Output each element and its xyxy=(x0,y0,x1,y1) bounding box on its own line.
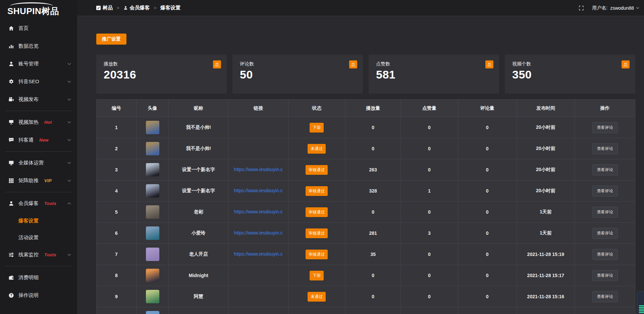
stat-card-label: 点赞数 xyxy=(376,61,492,67)
cell-link xyxy=(228,117,288,138)
view-comments-button[interactable]: 查看评论 xyxy=(592,249,618,260)
view-comments-button[interactable]: 查看评论 xyxy=(592,291,618,302)
sidebar-item-matrix-boost[interactable]: 矩阵助推VIP xyxy=(0,172,77,190)
status-badge: 审核通过 xyxy=(306,207,328,217)
sidebar-item-operation-guide[interactable]: ?操作说明 xyxy=(0,286,77,304)
cell-nickname: 我不是小帅! xyxy=(169,117,228,138)
cell-plays: 35 xyxy=(345,244,400,265)
video-link[interactable]: https://www.iesdouyin.c xyxy=(234,230,283,235)
breadcrumb-item-member-baoke[interactable]: 会员爆客 xyxy=(123,5,150,11)
sidebar-item-home[interactable]: 首页 xyxy=(0,19,77,37)
view-comments-button[interactable]: 查看评论 xyxy=(592,270,618,281)
table-row: 9阿慧未通过0002021-11-28 15:16查看评论 xyxy=(97,286,635,307)
chart-icon xyxy=(8,43,14,49)
widget-bar xyxy=(639,312,644,313)
username-dropdown[interactable]: 用户名: zswodun88 xyxy=(592,5,639,11)
avatar xyxy=(146,269,159,282)
breadcrumb-separator: > xyxy=(117,5,119,10)
video-link[interactable]: https://www.iesdouyin.c xyxy=(234,209,283,214)
chevron-down-icon xyxy=(68,97,71,101)
video-icon xyxy=(8,97,14,102)
cell-likes: 0 xyxy=(401,138,458,159)
cell-id xyxy=(97,307,137,314)
sidebar-item-omnimedia-operation[interactable]: 全媒体运营 xyxy=(0,154,77,172)
cell-publish-time: 1天前 xyxy=(517,202,575,223)
cell-plays: 328 xyxy=(345,180,400,202)
cell-publish-time: 2021-11-28 15:16 xyxy=(517,286,575,307)
cell-status: 未通过 xyxy=(288,138,345,159)
sidebar-item-label: 会员爆客 xyxy=(18,200,39,207)
column-header: 点赞量 xyxy=(401,100,458,117)
video-link[interactable]: https://www.iesdouyin.c xyxy=(234,188,283,193)
sidebar-item-badge: New xyxy=(39,138,49,143)
logo-arc xyxy=(10,2,53,6)
cell-id: 9 xyxy=(97,286,137,307)
sidebar-item-activity-settings[interactable]: 活动设置 xyxy=(0,229,77,246)
total-badge: 总 xyxy=(349,60,357,68)
table-row: 1我不是小帅!下架00020小时前查看评论 xyxy=(97,117,635,138)
breadcrumb-item-shupin[interactable]: 树品 xyxy=(96,5,113,11)
chevron-down-icon xyxy=(68,138,71,141)
cell-status: 审核通过 xyxy=(288,223,345,244)
sliders-icon xyxy=(8,252,14,258)
view-comments-button[interactable]: 查看评论 xyxy=(592,143,618,154)
sidebar-item-member-baoke[interactable]: 会员爆客Tools xyxy=(0,195,77,212)
avatar xyxy=(146,290,159,303)
help-icon: ? xyxy=(8,293,14,298)
view-comments-button[interactable]: 查看评论 xyxy=(592,186,618,197)
view-comments-button[interactable]: 查看评论 xyxy=(592,228,618,239)
cell-plays: 0 xyxy=(345,286,400,307)
username-value: zswodun88 xyxy=(610,5,634,11)
sidebar-item-consumption-detail[interactable]: 消费明细 xyxy=(0,269,77,286)
member-icon xyxy=(8,201,14,206)
promo-settings-button[interactable]: 推广设置 xyxy=(96,34,126,45)
username-label: 用户名: xyxy=(592,5,607,11)
svg-text:?: ? xyxy=(10,294,12,297)
cell-id: 3 xyxy=(97,159,137,180)
cell-plays xyxy=(345,307,400,314)
sidebar-item-label: 首页 xyxy=(18,25,29,32)
topbar: 树品>会员爆客>爆客设置 用户名: zswodun88 xyxy=(77,0,644,16)
sidebar-divider xyxy=(5,192,72,192)
fullscreen-icon[interactable] xyxy=(579,5,584,11)
videos-table: 编号头像昵称链接状态播放量点赞量评论量发布时间操作 1我不是小帅!下架00020… xyxy=(96,99,635,314)
sidebar-item-account-management[interactable]: 账号管理 xyxy=(0,55,77,73)
cell-status: 下架 xyxy=(288,117,345,138)
widget-bar xyxy=(639,309,644,310)
sidebar-item-data-overview[interactable]: 数据总览 xyxy=(0,37,77,55)
screen-icon xyxy=(8,119,14,125)
sidebar-divider xyxy=(5,151,72,152)
column-header: 评论量 xyxy=(458,100,517,117)
sidebar-item-clue-monitor[interactable]: 线索监控Tools xyxy=(0,246,77,264)
sidebar-item-label: 抖客通 xyxy=(18,137,34,143)
sidebar-item-badge: Hot xyxy=(44,120,52,125)
video-link[interactable]: https://www.iesdouyin.c xyxy=(234,167,283,172)
cell-avatar xyxy=(136,244,168,265)
sidebar-item-video-heat[interactable]: 视频加热Hot xyxy=(0,113,77,131)
sidebar-item-douyin-seo[interactable]: 抖音SEO xyxy=(0,73,77,91)
video-link[interactable]: https://www.iesdouyin.c xyxy=(234,251,283,257)
cell-id: 7 xyxy=(97,244,137,265)
view-comments-button[interactable]: 查看评论 xyxy=(592,164,618,175)
view-comments-button[interactable]: 查看评论 xyxy=(592,207,618,218)
sidebar-item-baoke-settings[interactable]: 爆客设置 xyxy=(0,212,77,229)
view-comments-button[interactable]: 查看评论 xyxy=(592,122,618,133)
cell-publish-time: 2021-11-28 15:19 xyxy=(517,244,575,265)
sidebar-item-label: 抖音SEO xyxy=(18,78,39,85)
avatar xyxy=(146,184,159,198)
dashboard-icon xyxy=(96,6,101,10)
cell-link xyxy=(228,286,288,307)
stat-cards: 播放数20316总评论数50总点赞数581总视频个数350总 xyxy=(96,55,635,94)
sidebar-subitem-label: 爆客设置 xyxy=(18,218,39,224)
table-header-row: 编号头像昵称链接状态播放量点赞量评论量发布时间操作 xyxy=(97,100,635,117)
sidebar-item-label: 矩阵助推 xyxy=(18,177,39,184)
sidebar-item-video-publish[interactable]: 视频发布 xyxy=(0,91,77,108)
chevron-down-icon xyxy=(68,178,71,182)
sidebar-item-douketong[interactable]: 抖客通New xyxy=(0,131,77,149)
breadcrumb-label: 会员爆客 xyxy=(130,5,150,11)
breadcrumb-label: 树品 xyxy=(103,5,113,11)
floating-widget[interactable] xyxy=(637,291,644,314)
gear-icon xyxy=(8,79,14,85)
table-row: 7老人开店https://www.iesdouyin.c审核通过35002021… xyxy=(97,244,635,265)
stat-card-label: 视频个数 xyxy=(512,61,628,67)
